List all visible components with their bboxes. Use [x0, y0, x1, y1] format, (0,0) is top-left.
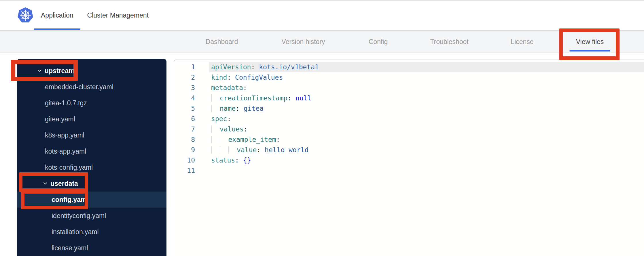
header-tabs: ApplicationCluster Management	[34, 1, 156, 30]
code-text: apiVersion: kots.io/v1beta1	[209, 62, 644, 72]
file-license-yaml[interactable]: license.yaml	[17, 240, 166, 256]
code-line-8: 8 example_item:	[174, 134, 644, 145]
line-number: 9	[174, 145, 195, 155]
line-number: 6	[174, 114, 195, 124]
code-text: example_item:	[209, 134, 644, 145]
code-text: metadata:	[209, 83, 644, 93]
kots-admin-console: ApplicationCluster Management DashboardV…	[0, 0, 644, 256]
folder-userdata[interactable]: userdata	[17, 175, 166, 192]
code-text: value: hello world	[209, 145, 644, 155]
line-number: 3	[174, 83, 195, 93]
code-text: name: gitea	[209, 103, 644, 114]
nav-item-view-files[interactable]: View files	[576, 31, 604, 53]
nav-item-version-history[interactable]: Version history	[282, 31, 325, 53]
line-number: 11	[174, 165, 195, 176]
tree-item-label: config.yaml	[52, 196, 88, 203]
file-installation-yaml[interactable]: installation.yaml	[17, 224, 166, 240]
tree-item-label: identityconfig.yaml	[52, 212, 106, 219]
code-line-2: 2kind: ConfigValues	[174, 72, 644, 83]
file-kots-config-yaml[interactable]: kots-config.yaml	[17, 159, 166, 175]
file-tree: upstreamembedded-cluster.yamlgitea-1.0.7…	[17, 63, 166, 256]
tree-item-label: installation.yaml	[52, 228, 99, 236]
code-text: creationTimestamp: null	[209, 93, 644, 103]
app-header: ApplicationCluster Management	[0, 0, 644, 31]
tree-item-label: gitea.yaml	[45, 115, 75, 123]
file-gitea-yaml[interactable]: gitea.yaml	[17, 111, 166, 127]
file-tree-sidebar: upstreamembedded-cluster.yamlgitea-1.0.7…	[17, 59, 166, 256]
tree-item-label: userdata	[50, 180, 78, 187]
chevron-down-icon	[37, 68, 42, 73]
tree-item-label: gitea-1.0.7.tgz	[45, 99, 87, 107]
tree-item-label: kots-app.yaml	[45, 148, 86, 155]
nav-item-license[interactable]: License	[511, 31, 533, 53]
file-config-yaml[interactable]: config.yaml	[17, 192, 166, 208]
code-line-4: 4 creationTimestamp: null	[174, 93, 644, 103]
line-number: 2	[174, 72, 195, 83]
code-text: values:	[209, 124, 644, 134]
tree-item-label: license.yaml	[52, 244, 88, 252]
tree-item-label: embedded-cluster.yaml	[45, 83, 113, 91]
chevron-down-icon	[43, 181, 48, 186]
folder-upstream[interactable]: upstream	[17, 63, 166, 79]
code-line-5: 5 name: gitea	[174, 103, 644, 114]
code-lines: 1apiVersion: kots.io/v1beta12kind: Confi…	[174, 62, 644, 176]
code-line-10: 10status: {}	[174, 155, 644, 165]
code-text: kind: ConfigValues	[209, 72, 644, 83]
code-line-11: 11	[174, 165, 644, 176]
code-text	[209, 165, 644, 176]
code-line-7: 7 values:	[174, 124, 644, 134]
tree-item-label: kots-config.yaml	[45, 164, 93, 171]
nav-item-troubleshoot[interactable]: Troubleshoot	[430, 31, 468, 53]
file-k8s-app-yaml[interactable]: k8s-app.yaml	[17, 127, 166, 143]
line-number: 7	[174, 124, 195, 134]
file-gitea-1-0-7-tgz[interactable]: gitea-1.0.7.tgz	[17, 95, 166, 111]
line-number: 1	[174, 62, 195, 72]
nav-item-config[interactable]: Config	[369, 31, 388, 53]
header-tab-application[interactable]: Application	[34, 1, 80, 30]
file-embedded-cluster-yaml[interactable]: embedded-cluster.yaml	[17, 79, 166, 95]
code-text: status: {}	[209, 155, 644, 165]
app-nav: DashboardVersion historyConfigTroublesho…	[0, 31, 644, 53]
code-line-6: 6spec:	[174, 114, 644, 124]
window-top-border	[0, 0, 644, 1]
code-line-1: 1apiVersion: kots.io/v1beta1	[174, 62, 644, 72]
header-tab-cluster-management[interactable]: Cluster Management	[80, 1, 156, 30]
tree-item-label: upstream	[45, 67, 75, 74]
line-number: 5	[174, 103, 195, 114]
kubernetes-logo-icon	[17, 7, 33, 24]
tree-item-label: k8s-app.yaml	[45, 131, 84, 139]
code-line-9: 9 value: hello world	[174, 145, 644, 155]
file-identityconfig-yaml[interactable]: identityconfig.yaml	[17, 208, 166, 224]
file-kots-app-yaml[interactable]: kots-app.yaml	[17, 143, 166, 159]
code-line-3: 3metadata:	[174, 83, 644, 93]
code-text: spec:	[209, 114, 644, 124]
line-number: 4	[174, 93, 195, 103]
file-editor[interactable]: 1apiVersion: kots.io/v1beta12kind: Confi…	[174, 60, 644, 256]
line-number: 10	[174, 155, 195, 165]
nav-item-dashboard[interactable]: Dashboard	[206, 31, 238, 53]
line-number: 8	[174, 134, 195, 145]
